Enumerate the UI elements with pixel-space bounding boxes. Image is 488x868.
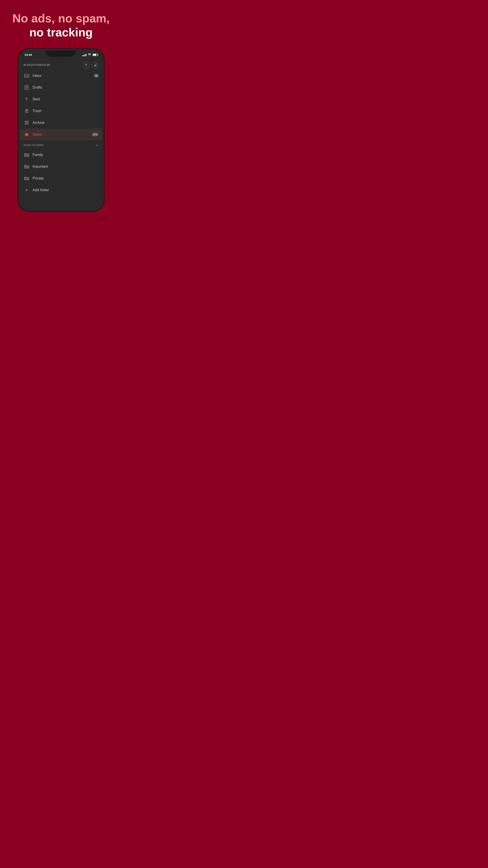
private-folder-icon	[24, 175, 30, 182]
add-folder-label: Add folder	[33, 188, 98, 192]
drafts-label: Drafts	[33, 86, 98, 90]
folders-section-title: YOUR FOLDERS	[24, 144, 43, 147]
sidebar-item-archive[interactable]: Archive	[20, 117, 102, 129]
archive-label: Archive	[33, 121, 98, 125]
phone-frame: 14:44 ALICE@TU	[18, 49, 104, 211]
svg-line-24	[28, 136, 29, 136]
archive-icon	[24, 120, 30, 126]
sidebar-item-sent[interactable]: Sent	[20, 93, 102, 105]
important-label: Important	[33, 164, 98, 168]
add-folder-button[interactable]: + Add folder	[20, 184, 102, 196]
trash-icon: +	[24, 108, 30, 114]
sidebar-item-inbox[interactable]: Inbox 1	[20, 70, 102, 82]
battery-icon	[93, 54, 98, 56]
svg-rect-1	[85, 65, 87, 65]
important-folder-icon: +	[24, 163, 30, 170]
sidebar-item-spam[interactable]: Spam 173	[20, 129, 102, 141]
family-folder-icon	[24, 152, 30, 158]
svg-rect-3	[94, 66, 96, 66]
status-icons	[82, 54, 98, 56]
app-screen: ALICE@TUTANOTA.DE	[20, 59, 102, 210]
folders-section-header: YOUR FOLDERS ✏	[20, 141, 102, 149]
family-label: Family	[33, 153, 98, 157]
sent-label: Sent	[33, 97, 98, 101]
drafts-icon	[24, 84, 30, 91]
inbox-badge: 1	[94, 74, 98, 78]
phone-notch	[46, 51, 76, 57]
inbox-icon	[24, 72, 30, 79]
svg-line-20	[28, 133, 29, 134]
svg-text:+: +	[28, 166, 29, 168]
svg-rect-2	[86, 66, 87, 66]
spam-label: Spam	[33, 132, 92, 136]
sidebar-item-important[interactable]: + Important	[20, 161, 102, 173]
spam-icon	[24, 131, 30, 138]
compose-button[interactable]	[92, 62, 98, 68]
account-email: ALICE@TUTANOTA.DE	[24, 64, 50, 66]
signal-icon	[82, 54, 86, 56]
folders-edit-button[interactable]: ✏	[96, 144, 98, 147]
svg-text:+: +	[28, 112, 29, 113]
filter-button[interactable]	[83, 62, 90, 68]
drawer: ALICE@TUTANOTA.DE	[20, 59, 102, 196]
drawer-header: ALICE@TUTANOTA.DE	[20, 59, 102, 70]
svg-line-19	[25, 133, 26, 134]
wifi-icon	[88, 54, 91, 56]
spam-badge: 173	[92, 133, 98, 136]
inbox-label: Inbox	[33, 74, 94, 78]
hero-line2: no tracking	[29, 26, 93, 39]
hero-line1: No ads, no spam,	[12, 12, 110, 25]
hero-section: No ads, no spam, no tracking	[3, 0, 119, 46]
add-folder-icon: +	[24, 187, 30, 193]
sidebar-item-trash[interactable]: + Trash	[20, 105, 102, 117]
sidebar-item-drafts[interactable]: Drafts	[20, 82, 102, 93]
sidebar-item-family[interactable]: Family	[20, 149, 102, 161]
sent-icon	[24, 96, 30, 102]
status-time: 14:44	[24, 53, 32, 57]
svg-line-23	[25, 136, 26, 136]
svg-point-25	[26, 133, 27, 134]
sidebar-item-private[interactable]: Private	[20, 173, 102, 184]
trash-label: Trash	[33, 109, 98, 113]
private-label: Private	[33, 176, 98, 180]
svg-rect-0	[85, 64, 88, 64]
header-icons	[83, 62, 98, 68]
